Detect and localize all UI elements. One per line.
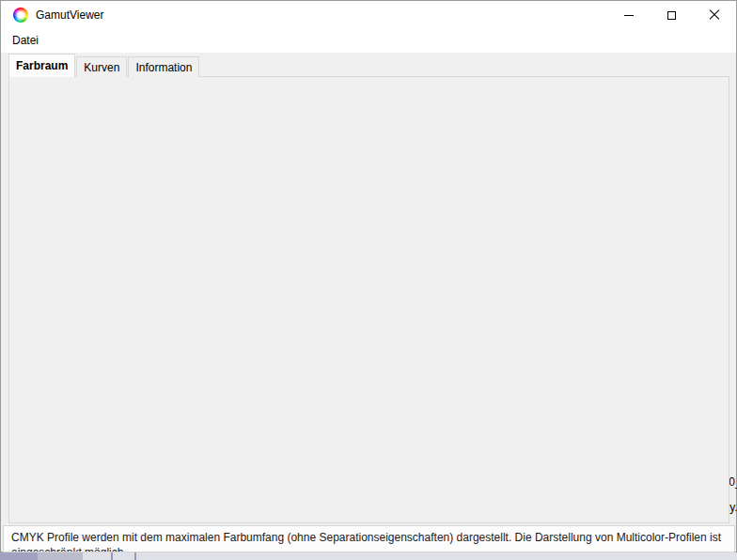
menu-bar: Datei [1, 29, 736, 53]
strip-mark [111, 552, 113, 560]
strip-segment [0, 552, 38, 560]
app-window: GamutViewer Datei Farbraum Kurven Inform… [0, 0, 737, 552]
tab-kurven[interactable]: Kurven [76, 56, 127, 77]
tab-strip: Farbraum Kurven Information [8, 54, 200, 77]
background-window-strip [0, 552, 737, 560]
minimize-button[interactable] [607, 1, 650, 29]
status-message-box: CMYK Profile werden mit dem maximalen Fa… [3, 525, 735, 552]
color-wheel-icon [13, 8, 28, 23]
status-text-line2: eingeschränkt möglich. [11, 546, 127, 552]
strip-segment [38, 552, 83, 560]
strip-mark [134, 552, 136, 560]
window-title: GamutViewer [36, 8, 103, 22]
menu-item-datei[interactable]: Datei [8, 32, 43, 49]
minimize-icon [624, 15, 634, 16]
maximize-icon [667, 11, 676, 20]
status-text-line1: CMYK Profile werden mit dem maximalen Fa… [11, 531, 721, 544]
close-icon [709, 9, 720, 21]
close-button[interactable] [693, 1, 735, 29]
tab-page-farbraum [8, 76, 729, 523]
maximize-button[interactable] [651, 1, 693, 29]
tab-information[interactable]: Information [128, 56, 199, 77]
tab-farbraum[interactable]: Farbraum [8, 54, 75, 77]
title-bar: GamutViewer [1, 1, 736, 29]
